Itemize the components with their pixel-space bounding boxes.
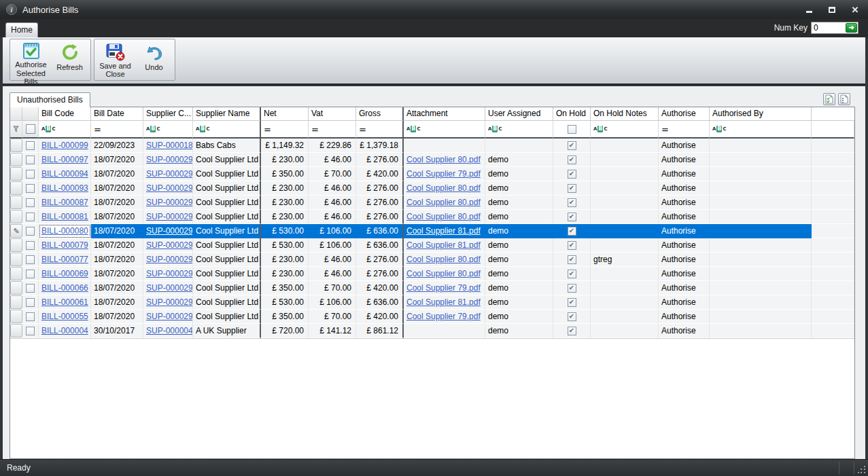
cell-gross[interactable]: £ 276.00: [356, 181, 404, 196]
bill-row[interactable]: BILL-00009922/09/2023SUP-000018Babs Cabs…: [10, 139, 854, 153]
cell-supplier-code[interactable]: SUP-000018: [143, 139, 193, 153]
bill-code-link[interactable]: BILL-000094: [41, 169, 88, 179]
header-gross[interactable]: Gross: [356, 107, 404, 121]
cell-net[interactable]: £ 230.00: [261, 181, 309, 196]
supplier-code-link[interactable]: SUP-000029: [146, 226, 193, 236]
cell-net[interactable]: £ 530.00: [261, 238, 309, 253]
cell-supplier-code[interactable]: SUP-000004: [143, 324, 193, 338]
attachment-link[interactable]: Cool Supplier 80.pdf: [406, 198, 481, 207]
checkbox-checked-icon[interactable]: [568, 227, 576, 236]
cell-gross[interactable]: £ 636.00: [356, 238, 404, 253]
cell-supplier-name[interactable]: Cool Supplier Ltd: [193, 181, 261, 196]
cell-on-hold[interactable]: [553, 310, 591, 324]
cell-on-hold[interactable]: [553, 139, 591, 153]
bill-row[interactable]: BILL-00006918/07/2020SUP-000029Cool Supp…: [10, 267, 854, 281]
cell-supplier-code[interactable]: SUP-000029: [143, 281, 193, 295]
cell-supplier-code[interactable]: SUP-000029: [143, 196, 193, 210]
row-indicator[interactable]: [10, 153, 22, 166]
cell-on-hold-notes[interactable]: [591, 153, 659, 167]
filter-attachment[interactable]: ABC: [404, 121, 485, 139]
header-on-hold[interactable]: On Hold: [553, 107, 591, 121]
bill-row[interactable]: BILL-00006118/07/2020SUP-000029Cool Supp…: [10, 295, 854, 310]
supplier-code-link[interactable]: SUP-000018: [146, 141, 193, 150]
cell-bill-date[interactable]: 18/07/2020: [91, 224, 143, 238]
cell-attachment[interactable]: Cool Supplier 80.pdf: [404, 210, 485, 224]
checkbox-checked-icon[interactable]: [568, 255, 576, 264]
cell-gross[interactable]: £ 420.00: [356, 310, 404, 324]
cell-attachment[interactable]: Cool Supplier 80.pdf: [404, 153, 485, 167]
cell-on-hold-notes[interactable]: [591, 310, 659, 324]
supplier-code-link[interactable]: SUP-000029: [146, 240, 193, 250]
header-supplier-code[interactable]: Supplier C...: [143, 107, 193, 121]
cell-vat[interactable]: £ 46.00: [309, 181, 356, 196]
cell-on-hold-notes[interactable]: [591, 139, 659, 153]
attachment-link[interactable]: Cool Supplier 79.pdf: [406, 312, 481, 321]
supplier-code-link[interactable]: SUP-000029: [146, 255, 193, 264]
cell-supplier-name[interactable]: Cool Supplier Ltd: [193, 224, 261, 238]
cell-gross[interactable]: £ 420.00: [356, 281, 404, 295]
cell-supplier-name[interactable]: Babs Cabs: [193, 139, 261, 153]
cell-bill-date[interactable]: 18/07/2020: [91, 281, 143, 295]
cell-bill-code[interactable]: BILL-000093: [39, 181, 91, 196]
cell-bill-code[interactable]: BILL-000069: [39, 267, 91, 281]
cell-user-assigned[interactable]: demo: [485, 210, 553, 224]
cell-vat[interactable]: £ 46.00: [309, 210, 356, 224]
cell-bill-code[interactable]: BILL-000061: [39, 295, 91, 310]
cell-supplier-code[interactable]: SUP-000029: [143, 310, 193, 324]
cell-authorised-by[interactable]: [710, 210, 812, 224]
cell-on-hold[interactable]: [553, 224, 591, 238]
row-indicator-edit-pencil-icon[interactable]: ✎: [10, 224, 22, 238]
supplier-code-link[interactable]: SUP-000029: [146, 155, 193, 164]
filter-bill-code[interactable]: ABC: [39, 121, 91, 139]
header-user-assigned[interactable]: User Assigned: [485, 107, 553, 121]
cell-net[interactable]: £ 350.00: [261, 167, 309, 181]
bill-code-link[interactable]: BILL-000004: [41, 326, 88, 335]
row-select-checkbox[interactable]: [22, 210, 39, 224]
cell-vat[interactable]: £ 70.00: [309, 310, 356, 324]
cell-bill-code[interactable]: BILL-000055: [39, 310, 91, 324]
row-indicator[interactable]: [10, 139, 22, 152]
select-all-bills-button[interactable]: [823, 93, 835, 105]
row-select-checkbox[interactable]: [22, 167, 39, 181]
cell-on-hold-notes[interactable]: [591, 295, 659, 310]
checkbox-checked-icon[interactable]: [568, 155, 576, 164]
row-select-checkbox[interactable]: [22, 267, 39, 281]
cell-authorised-by[interactable]: [710, 238, 812, 253]
cell-bill-date[interactable]: 18/07/2020: [91, 295, 143, 310]
cell-authorise[interactable]: Authorise: [659, 139, 710, 153]
cell-supplier-name[interactable]: Cool Supplier Ltd: [193, 281, 261, 295]
checkbox-checked-icon[interactable]: [568, 184, 576, 193]
supplier-code-link[interactable]: SUP-000029: [146, 169, 193, 179]
attachment-link[interactable]: Cool Supplier 79.pdf: [406, 169, 481, 179]
bill-row[interactable]: ✎BILL-00008018/07/2020SUP-000029Cool Sup…: [10, 224, 854, 238]
row-select-checkbox[interactable]: [22, 281, 39, 295]
cell-authorised-by[interactable]: [710, 224, 812, 238]
cell-user-assigned[interactable]: demo: [485, 253, 553, 267]
row-indicator[interactable]: [10, 281, 22, 295]
cell-supplier-name[interactable]: Cool Supplier Ltd: [193, 295, 261, 310]
checkbox-checked-icon[interactable]: [568, 213, 576, 221]
cell-on-hold[interactable]: [553, 295, 591, 310]
cell-net[interactable]: £ 230.00: [261, 196, 309, 210]
cell-supplier-name[interactable]: A UK Supplier: [193, 324, 261, 338]
filter-user-assigned[interactable]: ABC: [485, 121, 553, 139]
cell-gross[interactable]: £ 861.12: [356, 324, 404, 338]
cell-bill-date[interactable]: 18/07/2020: [91, 210, 143, 224]
bill-row[interactable]: BILL-00006618/07/2020SUP-000029Cool Supp…: [10, 281, 854, 295]
checkbox-checked-icon[interactable]: [568, 241, 576, 250]
cell-bill-code[interactable]: BILL-000087: [39, 196, 91, 210]
supplier-code-link[interactable]: SUP-000004: [146, 326, 193, 335]
bill-code-link[interactable]: BILL-000081: [41, 212, 88, 221]
cell-vat[interactable]: £ 229.86: [309, 139, 356, 153]
cell-user-assigned[interactable]: demo: [485, 167, 553, 181]
cell-gross[interactable]: £ 636.00: [356, 224, 404, 238]
row-select-checkbox[interactable]: [22, 238, 39, 253]
cell-authorise[interactable]: Authorise: [659, 210, 710, 224]
filter-vat[interactable]: =: [309, 121, 356, 139]
cell-user-assigned[interactable]: demo: [485, 295, 553, 310]
cell-authorise[interactable]: Authorise: [659, 181, 710, 196]
refresh-button[interactable]: Refresh: [50, 41, 89, 79]
cell-on-hold[interactable]: [553, 167, 591, 181]
cell-net[interactable]: £ 1,149.32: [261, 139, 309, 153]
bill-code-link[interactable]: BILL-000097: [41, 155, 88, 164]
